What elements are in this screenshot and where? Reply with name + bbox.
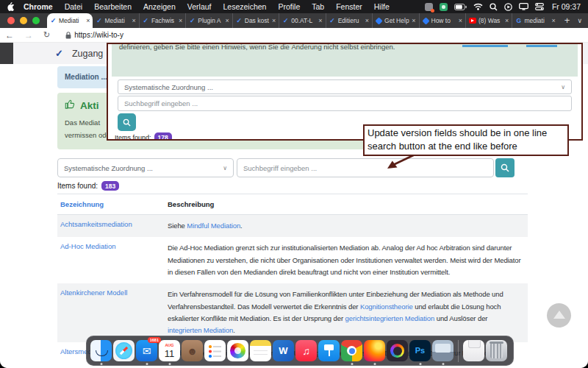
dock-item-contacts[interactable]: ☻ <box>182 340 203 361</box>
browser-tab[interactable]: (8) Was× <box>465 13 512 28</box>
apple-logo-icon[interactable] <box>7 2 15 11</box>
spotlight-search-icon[interactable] <box>490 3 498 11</box>
wifi-icon[interactable] <box>473 3 483 10</box>
browser-tab[interactable]: Editieru× <box>326 13 372 28</box>
page-header-title: Zugang <box>72 49 103 59</box>
menu-item-lesezeichen[interactable]: Lesezeichen <box>218 2 273 11</box>
dock-item-adobecc[interactable] <box>387 340 408 361</box>
maximize-window-button[interactable] <box>32 17 40 24</box>
check-favicon-icon <box>282 18 289 24</box>
close-window-button[interactable] <box>7 17 15 24</box>
tab-close-icon[interactable]: × <box>412 17 415 24</box>
browser-tab[interactable]: Das kost× <box>232 13 279 28</box>
category-select[interactable]: Systematische Zuordnung ... ∨ <box>57 158 234 177</box>
text-segment: Siehe <box>168 222 187 230</box>
back-button[interactable]: ← <box>0 30 19 40</box>
address-bar-url[interactable]: https://wiki-to-y <box>74 31 123 39</box>
minimize-window-button[interactable] <box>20 17 27 24</box>
menu-item-bearbeiten[interactable]: Bearbeiten <box>88 2 137 11</box>
contacts-glyph: ☻ <box>187 346 198 356</box>
dock-item-calendar[interactable]: AUG11 <box>159 340 180 361</box>
tab-close-icon[interactable]: × <box>552 17 556 24</box>
items-found-badge: 183 <box>101 181 119 191</box>
dock-item-notes[interactable] <box>250 340 271 361</box>
battery-icon[interactable] <box>454 4 467 10</box>
column-header-bezeichnung[interactable]: Bezeichnung <box>57 200 168 208</box>
dock-item-finder[interactable] <box>90 340 112 361</box>
tab-close-icon[interactable]: × <box>132 17 136 24</box>
play-circle-icon[interactable] <box>504 3 512 11</box>
menu-item-chrome[interactable]: Chrome <box>18 2 59 11</box>
dock-item-screenshot[interactable] <box>432 340 453 361</box>
forward-button[interactable]: → <box>19 30 38 40</box>
tab-close-icon[interactable]: × <box>365 17 369 24</box>
tab-close-icon[interactable]: × <box>86 17 90 24</box>
browser-tab[interactable]: 00.AT-L× <box>279 13 325 28</box>
tab-close-icon[interactable]: × <box>505 17 509 24</box>
browser-tab[interactable]: Get Help× <box>372 13 418 28</box>
tab-title: Mediati <box>59 17 84 24</box>
dock-item-word[interactable]: W <box>273 340 294 361</box>
menu-item-datei[interactable]: Datei <box>59 2 89 11</box>
text-segment: Die Ad-Hoc Mediation grenzt sich zur ins… <box>168 244 521 276</box>
arrow-up-icon <box>553 311 565 319</box>
browser-tab[interactable]: How to× <box>419 13 465 28</box>
tab-title: Editieru <box>338 17 363 24</box>
menu-item-verlauf[interactable]: Verlauf <box>182 2 218 11</box>
thumbs-up-icon <box>65 99 76 112</box>
inline-link[interactable]: gerichtsintegrierten Mediation <box>345 314 435 322</box>
browser-tab[interactable]: Plugin A× <box>185 13 232 28</box>
term-link[interactable]: Ad-Hoc Mediation <box>60 242 116 250</box>
inline-link[interactable]: integrierten Mediation <box>168 326 233 334</box>
running-indicator-dot <box>168 363 171 365</box>
menu-item-fenster[interactable]: Fenster <box>330 2 368 11</box>
tab-close-icon[interactable]: × <box>272 17 276 24</box>
dock-item-firefox[interactable] <box>364 340 385 361</box>
search-button[interactable] <box>495 158 514 177</box>
tab-search-chevron-icon[interactable]: ∨ <box>576 17 588 28</box>
browser-tab[interactable]: Mediati× <box>93 13 138 28</box>
tab-close-icon[interactable]: × <box>225 17 229 24</box>
inset-category-select: Systematische Zuordnung ... ∨ <box>118 79 572 94</box>
menu-item-anzeigen[interactable]: Anzeigen <box>137 2 182 11</box>
tab-close-icon[interactable]: × <box>318 17 322 24</box>
inset-items-found-badge: 178 <box>154 132 172 141</box>
inline-link[interactable]: Kognitionstheorie <box>360 302 413 311</box>
browser-tab[interactable]: Mediati× <box>47 13 93 28</box>
tab-close-icon[interactable]: × <box>459 17 462 24</box>
running-indicator-dot <box>442 363 444 365</box>
menu-item-tab[interactable]: Tab <box>306 2 330 11</box>
chevron-down-icon: ∨ <box>561 84 565 91</box>
dock-item-chrome[interactable] <box>341 340 362 361</box>
dock-item-safari[interactable] <box>113 340 135 361</box>
term-link[interactable]: Altenkirchener Modell <box>60 289 127 297</box>
tab-close-icon[interactable]: × <box>179 17 182 24</box>
dock-item-reminders[interactable] <box>204 340 226 361</box>
inline-link[interactable]: Mindful Mediation <box>187 222 240 230</box>
status-green-app-icon[interactable] <box>440 3 448 11</box>
menu-item-profile[interactable]: Profile <box>272 2 306 11</box>
menu-item-hilfe[interactable]: Hilfe <box>368 2 395 11</box>
reload-button[interactable]: ↻ <box>38 30 55 40</box>
dock-item-photoshop[interactable]: Ps <box>409 340 431 361</box>
dock-item-trash[interactable] <box>486 340 507 361</box>
dock-item-keynote[interactable] <box>318 340 340 361</box>
search-input[interactable]: Suchbegriff eingeben ... <box>237 158 494 177</box>
macos-menu-bar: ChromeDateiBearbeitenAnzeigenVerlaufLese… <box>0 0 588 13</box>
photos-icon <box>227 340 248 361</box>
dock-item-music[interactable]: ♫ <box>295 340 317 361</box>
scroll-to-top-button[interactable] <box>547 303 571 328</box>
dock-item-photos[interactable] <box>227 340 248 361</box>
browser-tab[interactable]: Fachwis× <box>139 13 185 28</box>
browser-tab[interactable]: mediati× <box>512 13 558 28</box>
table-header-row: Bezeichnung Beschreibung <box>57 194 528 215</box>
menu-clock[interactable]: Fr 09:37 <box>552 2 581 11</box>
control-center-icon[interactable] <box>535 3 544 10</box>
dock-item-files[interactable] <box>463 340 484 361</box>
display-icon[interactable] <box>519 3 528 10</box>
status-app-badge-icon[interactable] <box>425 3 433 11</box>
new-tab-button[interactable]: + <box>559 15 576 28</box>
inset-select-placeholder: Systematische Zuordnung ... <box>124 83 213 91</box>
dock-item-mail[interactable]: ✉1681 <box>136 340 157 361</box>
term-link[interactable]: Achtsamkeitsmediation <box>60 220 132 228</box>
